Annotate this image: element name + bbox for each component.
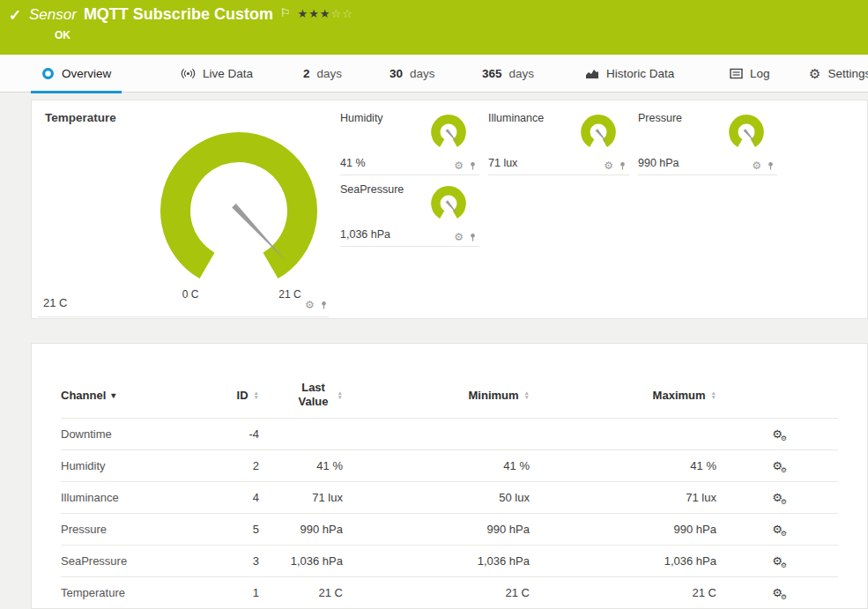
tab-30-days-number: 30 [389,67,403,80]
broadcast-icon [181,68,196,79]
channel-id: 5 [206,523,259,536]
tab-settings-label: Settings [827,67,868,80]
channel-id: 1 [206,586,259,599]
mini-gauge-illuminance: Illuminance 71 lux ⚙ [488,110,629,175]
pin-icon[interactable] [618,161,627,171]
channels-table: Channel ▾ ID ▲▼ Last Value ▲▼ Minimum ▲▼… [61,372,838,608]
pin-icon[interactable] [468,161,478,171]
pin-icon[interactable] [468,233,478,242]
sensor-header: ✓ Sensor MQTT Subscribe Custom ⚐ ★★★☆☆ O… [0,0,868,55]
stars-filled[interactable]: ★★★ [298,7,331,20]
gear-icon[interactable]: ⚙ [604,160,613,171]
header-id-label: ID [237,389,249,402]
channel-name: Humidity [61,459,206,472]
tab-365-days-number: 365 [482,67,502,80]
mini-gauge-value: 1,036 hPa [340,228,390,241]
channel-settings-icon[interactable]: ⚙⚙ [772,427,783,441]
gear-icon: ⚙ [809,67,820,80]
chart-icon [585,68,599,79]
gear-icon[interactable]: ⚙ [454,232,464,242]
flag-icon[interactable]: ⚐ [280,5,291,19]
main-gauge-value: 21 C [43,296,67,309]
divider [38,316,329,317]
tab-live-data[interactable]: Live Data [170,55,263,93]
header-id[interactable]: ID ▲▼ [206,389,259,402]
tab-historic-data[interactable]: Historic Data [575,55,685,93]
channel-id: 4 [206,491,259,504]
channel-settings-icon[interactable]: ⚙⚙ [772,491,783,504]
channel-settings-icon[interactable]: ⚙⚙ [772,459,783,472]
overview-icon [41,67,55,80]
header-minimum[interactable]: Minimum ▲▼ [343,389,530,402]
tab-historic-data-label: Historic Data [606,67,674,80]
tab-log[interactable]: Log [719,55,781,93]
gear-icon[interactable]: ⚙ [454,160,464,171]
pin-icon[interactable] [319,301,329,310]
header-maximum-label: Maximum [653,389,706,402]
pin-icon[interactable] [766,161,775,171]
channel-id: -4 [206,427,259,441]
channel-id: 3 [206,554,259,568]
channel-settings-icon[interactable]: ⚙⚙ [772,523,783,536]
tab-2-days-number: 2 [303,67,310,80]
title-row: Sensor MQTT Subscribe Custom ⚐ ★★★☆☆ [29,5,353,24]
table-header-row: Channel ▾ ID ▲▼ Last Value ▲▼ Minimum ▲▼… [61,372,838,418]
channel-last-value: 71 lux [259,491,343,504]
channel-name: SeaPressure [61,554,206,568]
table-row: Illuminance 4 71 lux 50 lux 71 lux ⚙⚙ [61,481,838,513]
gear-icon[interactable]: ⚙ [752,160,761,171]
channel-minimum: 41 % [343,459,530,472]
caret-down-icon: ▾ [111,390,115,400]
channel-name: Pressure [61,523,206,536]
humidity-gauge [427,112,471,156]
channel-minimum: 21 C [343,586,530,599]
channel-settings-icon[interactable]: ⚙⚙ [772,586,783,599]
stars-empty[interactable]: ☆☆ [331,7,353,20]
header-last-value[interactable]: Last Value ▲▼ [259,381,343,409]
channel-name: Illuminance [61,491,206,504]
channel-last-value: 41 % [259,459,343,472]
priority-stars[interactable]: ★★★☆☆ [298,5,353,20]
table-row: SeaPressure 3 1,036 hPa 1,036 hPa 1,036 … [61,545,838,576]
table-row: Humidity 2 41 % 41 % 41 % ⚙⚙ [61,449,838,481]
gauges-panel: Temperature 0 C 21 C 21 C ⚙ Humidity 41 … [31,100,868,319]
tab-2-days-label: days [317,67,343,80]
gauge-scale-min: 0 C [168,288,212,301]
mini-gauge-value: 990 hPa [638,157,679,169]
tab-overview-label: Overview [62,67,111,80]
tab-30-days-label: days [410,67,435,80]
object-kind-label: Sensor [29,5,77,24]
channel-id: 2 [206,459,259,472]
tab-30-days[interactable]: 30 days [379,55,446,93]
channel-last-value: 21 C [259,586,343,599]
illuminance-gauge [576,112,620,156]
header-maximum[interactable]: Maximum ▲▼ [530,389,716,402]
tab-2-days[interactable]: 2 days [293,55,352,93]
temperature-gauge [155,127,323,294]
mini-gauge-pressure: Pressure 990 hPa ⚙ [638,110,777,175]
mini-gauge-title: Humidity [340,112,383,124]
channel-maximum: 41 % [530,459,716,472]
gear-icon[interactable]: ⚙ [305,300,315,310]
header-last-value-label: Last Value [295,381,332,409]
mini-gauge-seapressure: SeaPressure 1,036 hPa ⚙ [340,182,479,247]
header-channel-label: Channel [61,389,106,402]
channel-last-value: 1,036 hPa [259,554,343,568]
pressure-gauge [724,112,768,156]
tab-settings[interactable]: ⚙ Settings [798,55,868,93]
log-icon [730,68,743,79]
mini-gauge-actions: ⚙ [604,160,627,171]
channel-minimum: 50 lux [343,491,530,504]
channel-settings-icon[interactable]: ⚙⚙ [772,554,783,568]
status-check-icon: ✓ [9,6,21,25]
header-channel[interactable]: Channel ▾ [61,389,206,402]
tab-365-days[interactable]: 365 days [471,55,545,93]
tab-365-days-label: days [509,67,535,80]
channel-name: Downtime [61,427,206,441]
tab-live-data-label: Live Data [203,67,253,80]
status-badge: OK [55,29,70,41]
channel-minimum: 990 hPa [343,523,530,536]
tab-overview[interactable]: Overview [31,55,122,93]
channels-panel: Channel ▾ ID ▲▼ Last Value ▲▼ Minimum ▲▼… [31,343,868,609]
main-gauge-title: Temperature [45,111,116,124]
